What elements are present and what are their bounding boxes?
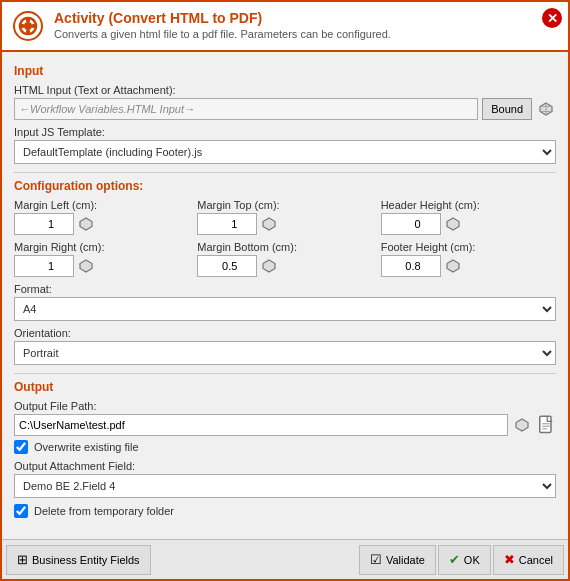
output-section-label: Output <box>14 380 556 394</box>
separator-2 <box>14 373 556 374</box>
delete-checkbox[interactable] <box>14 504 28 518</box>
margin-right-input[interactable] <box>14 255 74 277</box>
format-select[interactable]: A4 <box>14 297 556 321</box>
footer: ⊞ Business Entity Fields ☑ Validate ✔ OK… <box>2 539 568 579</box>
margin-top-field: Margin Top (cm): <box>197 199 372 235</box>
html-input-label: HTML Input (Text or Attachment): <box>14 84 556 96</box>
config-grid-row2: Margin Right (cm): Margin Bottom (cm): <box>14 241 556 277</box>
dialog: Activity (Convert HTML to PDF) Converts … <box>0 0 570 581</box>
config-grid-row1: Margin Left (cm): Margin Top (cm): <box>14 199 556 235</box>
footer-height-label: Footer Height (cm): <box>381 241 556 253</box>
validate-label: Validate <box>386 554 425 566</box>
header-height-input[interactable] <box>381 213 441 235</box>
js-template-label: Input JS Template: <box>14 126 556 138</box>
cancel-x-icon: ✖ <box>504 552 515 567</box>
ok-checkmark-icon: ✔ <box>449 552 460 567</box>
entity-fields-icon: ⊞ <box>17 552 28 567</box>
margin-bottom-cube-icon[interactable] <box>259 256 279 276</box>
margin-left-label: Margin Left (cm): <box>14 199 189 211</box>
margin-top-row <box>197 213 372 235</box>
ok-button[interactable]: ✔ OK <box>438 545 491 575</box>
margin-left-row <box>14 213 189 235</box>
entity-fields-button[interactable]: ⊞ Business Entity Fields <box>6 545 151 575</box>
input-section-label: Input <box>14 64 556 78</box>
footer-height-row <box>381 255 556 277</box>
margin-bottom-label: Margin Bottom (cm): <box>197 241 372 253</box>
margin-top-cube-icon[interactable] <box>259 214 279 234</box>
delete-row: Delete from temporary folder <box>14 504 556 518</box>
header-height-cube-icon[interactable] <box>443 214 463 234</box>
overwrite-row: Overwrite existing file <box>14 440 556 454</box>
orientation-select[interactable]: Portrait <box>14 341 556 365</box>
content-area: Input HTML Input (Text or Attachment): B… <box>2 52 568 539</box>
output-path-input[interactable] <box>14 414 508 436</box>
margin-right-field: Margin Right (cm): <box>14 241 189 277</box>
output-path-cube-icon[interactable] <box>512 415 532 435</box>
margin-left-field: Margin Left (cm): <box>14 199 189 235</box>
orientation-label: Orientation: <box>14 327 556 339</box>
margin-bottom-field: Margin Bottom (cm): <box>197 241 372 277</box>
footer-height-cube-icon[interactable] <box>443 256 463 276</box>
bound-button[interactable]: Bound <box>482 98 532 120</box>
html-input-row: Bound <box>14 98 556 120</box>
title-bar: Activity (Convert HTML to PDF) Converts … <box>2 2 568 52</box>
header-height-field: Header Height (cm): <box>381 199 556 235</box>
close-button[interactable]: ✕ <box>542 8 562 28</box>
header-height-row <box>381 213 556 235</box>
attachment-field-label: Output Attachment Field: <box>14 460 556 472</box>
dialog-title: Activity (Convert HTML to PDF) <box>54 10 558 26</box>
config-section-label: Configuration options: <box>14 179 556 193</box>
output-path-label: Output File Path: <box>14 400 556 412</box>
cancel-button[interactable]: ✖ Cancel <box>493 545 564 575</box>
margin-right-cube-icon[interactable] <box>76 256 96 276</box>
output-path-file-icon[interactable] <box>536 415 556 435</box>
html-input-field[interactable] <box>14 98 478 120</box>
ok-label: OK <box>464 554 480 566</box>
overwrite-label: Overwrite existing file <box>34 441 139 453</box>
attachment-select[interactable]: Demo BE 2.Field 4 <box>14 474 556 498</box>
svg-point-1 <box>24 22 32 30</box>
margin-left-input[interactable] <box>14 213 74 235</box>
margin-left-cube-icon[interactable] <box>76 214 96 234</box>
margin-top-label: Margin Top (cm): <box>197 199 372 211</box>
activity-icon <box>12 10 44 42</box>
html-input-cube-icon[interactable] <box>536 99 556 119</box>
validate-button[interactable]: ☑ Validate <box>359 545 436 575</box>
separator-1 <box>14 172 556 173</box>
entity-fields-label: Business Entity Fields <box>32 554 140 566</box>
footer-height-field: Footer Height (cm): <box>381 241 556 277</box>
footer-height-input[interactable] <box>381 255 441 277</box>
margin-right-label: Margin Right (cm): <box>14 241 189 253</box>
title-text-area: Activity (Convert HTML to PDF) Converts … <box>54 10 558 40</box>
cancel-label: Cancel <box>519 554 553 566</box>
output-path-row <box>14 414 556 436</box>
format-label: Format: <box>14 283 556 295</box>
margin-top-input[interactable] <box>197 213 257 235</box>
validate-icon: ☑ <box>370 552 382 567</box>
margin-bottom-input[interactable] <box>197 255 257 277</box>
header-height-label: Header Height (cm): <box>381 199 556 211</box>
margin-right-row <box>14 255 189 277</box>
delete-label: Delete from temporary folder <box>34 505 174 517</box>
dialog-subtitle: Converts a given html file to a pdf file… <box>54 28 558 40</box>
js-template-select[interactable]: DefaultTemplate (including Footer).js <box>14 140 556 164</box>
margin-bottom-row <box>197 255 372 277</box>
overwrite-checkbox[interactable] <box>14 440 28 454</box>
